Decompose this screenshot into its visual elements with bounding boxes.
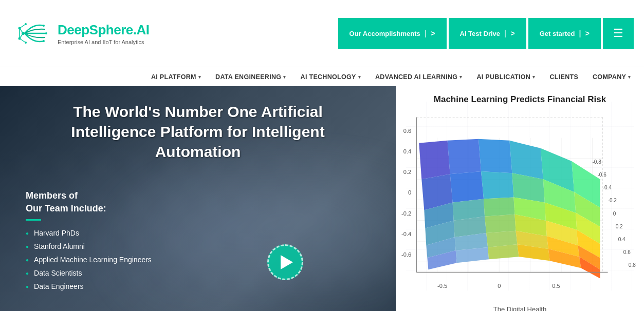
- svg-marker-64: [485, 215, 516, 233]
- arrow-2: >: [511, 29, 515, 37]
- list-item: Applied Machine Learning Engineers: [26, 256, 152, 264]
- header-buttons: Our Accomplishments | > AI Test Drive | …: [338, 18, 634, 49]
- arrow-1: >: [431, 29, 435, 37]
- get-started-button[interactable]: Get started | >: [528, 18, 601, 49]
- logo-title: DeepSphere.AI: [58, 22, 149, 38]
- hero-panel: The World's Number One Artificial Intell…: [0, 86, 396, 311]
- svg-marker-51: [450, 171, 484, 202]
- svg-marker-52: [481, 171, 513, 199]
- svg-line-9: [20, 33, 23, 38]
- chevron-down-icon: ▾: [198, 74, 201, 80]
- chevron-down-icon: ▾: [628, 74, 631, 80]
- svg-text:0.8: 0.8: [629, 262, 636, 268]
- hamburger-button[interactable]: ☰: [603, 18, 634, 49]
- hero-team-heading: Members of Our Team Include:: [26, 189, 152, 221]
- navbar: AI PLATFORM ▾ DATA ENGINEERING ▾ AI TECH…: [0, 67, 644, 86]
- svg-marker-45: [448, 139, 481, 174]
- arrow-3: >: [585, 29, 590, 37]
- svg-text:0: 0: [408, 189, 411, 196]
- svg-point-6: [45, 32, 47, 34]
- sidebar-item-ai-platform[interactable]: AI PLATFORM ▾: [144, 67, 208, 87]
- chart-title: Machine Learning Predicts Financial Risk: [396, 94, 644, 105]
- list-item: Stanford Alumni: [26, 242, 152, 250]
- svg-marker-47: [509, 141, 543, 179]
- hero-team-list: Harvard PhDs Stanford Alumni Applied Mac…: [26, 229, 152, 290]
- svg-text:0.6: 0.6: [403, 128, 411, 134]
- main-content: The World's Number One Artificial Intell…: [0, 86, 644, 311]
- svg-text:0.2: 0.2: [403, 169, 411, 175]
- chevron-down-icon: ▾: [459, 74, 462, 80]
- svg-point-5: [43, 25, 45, 27]
- logo-subtitle: Enterprise AI and IIoT for Analytics: [58, 39, 149, 45]
- header: DeepSphere.AI Enterprise AI and IIoT for…: [0, 0, 644, 67]
- sidebar-item-ai-technology[interactable]: AI TECHNOLOGY ▾: [293, 67, 368, 87]
- svg-text:0.2: 0.2: [616, 224, 623, 229]
- svg-text:-0.4: -0.4: [401, 231, 411, 237]
- hero-title: The World's Number One Artificial Intell…: [0, 102, 396, 162]
- svg-line-11: [20, 24, 26, 28]
- svg-marker-44: [419, 141, 450, 179]
- get-started-label: Get started: [540, 30, 575, 37]
- svg-text:-0.4: -0.4: [603, 185, 612, 190]
- svg-text:-0.2: -0.2: [608, 198, 617, 204]
- list-item: Harvard PhDs: [26, 229, 152, 237]
- chevron-down-icon: ▾: [358, 74, 361, 80]
- sidebar-item-clients[interactable]: CLIENTS: [542, 67, 585, 87]
- sidebar-item-company[interactable]: COMPANY ▾: [585, 67, 638, 87]
- svg-text:0.4: 0.4: [403, 148, 411, 154]
- separator-3: |: [579, 29, 581, 38]
- play-button[interactable]: [267, 244, 303, 280]
- svg-text:-0.2: -0.2: [401, 210, 411, 217]
- svg-text:0.5: 0.5: [552, 283, 560, 289]
- svg-text:-0.8: -0.8: [592, 159, 601, 165]
- hamburger-icon: ☰: [613, 27, 623, 40]
- svg-text:0.4: 0.4: [618, 237, 625, 242]
- chart-subtitle: The Digital Health: [396, 305, 644, 311]
- svg-line-8: [20, 28, 23, 33]
- chevron-down-icon: ▾: [532, 74, 535, 80]
- sidebar-item-ai-publication[interactable]: AI PUBLICATION ▾: [469, 67, 542, 87]
- list-item: Data Scientists: [26, 269, 152, 277]
- accomplishments-label: Our Accomplishments: [349, 30, 420, 37]
- svg-text:-0.6: -0.6: [401, 251, 411, 258]
- accomplishments-button[interactable]: Our Accomplishments | >: [338, 18, 447, 49]
- svg-text:-0.6: -0.6: [597, 172, 606, 178]
- separator-1: |: [425, 29, 427, 38]
- svg-text:0: 0: [498, 283, 501, 289]
- svg-marker-58: [484, 197, 514, 216]
- list-item: Data Engineers: [26, 282, 152, 290]
- logo-icon: [10, 13, 51, 54]
- nav-items: AI PLATFORM ▾ DATA ENGINEERING ▾ AI TECH…: [144, 67, 638, 87]
- svg-text:-0.5: -0.5: [437, 283, 447, 289]
- chart-visualization: 0.6 0.4 0.2 0 -0.2 -0.4 -0.6 -0.5 0 0.5 …: [401, 112, 639, 293]
- svg-marker-46: [479, 139, 512, 173]
- svg-text:0.6: 0.6: [623, 249, 631, 255]
- chart-panel: Machine Learning Predicts Financial Risk…: [396, 86, 644, 311]
- test-drive-button[interactable]: AI Test Drive | >: [449, 18, 526, 49]
- sidebar-item-advanced-ai-learning[interactable]: ADVANCED AI LEARNING ▾: [368, 67, 469, 87]
- separator-2: |: [504, 29, 506, 38]
- svg-line-12: [20, 38, 26, 43]
- chevron-down-icon: ▾: [283, 74, 286, 80]
- svg-text:0: 0: [613, 211, 616, 217]
- test-drive-label: AI Test Drive: [460, 30, 501, 37]
- hero-team: Members of Our Team Include: Harvard PhD…: [26, 189, 152, 290]
- logo-area: DeepSphere.AI Enterprise AI and IIoT for…: [10, 13, 154, 54]
- logo-text: DeepSphere.AI Enterprise AI and IIoT for…: [58, 22, 149, 45]
- sidebar-item-data-engineering[interactable]: DATA ENGINEERING ▾: [208, 67, 293, 87]
- svg-point-7: [43, 40, 45, 42]
